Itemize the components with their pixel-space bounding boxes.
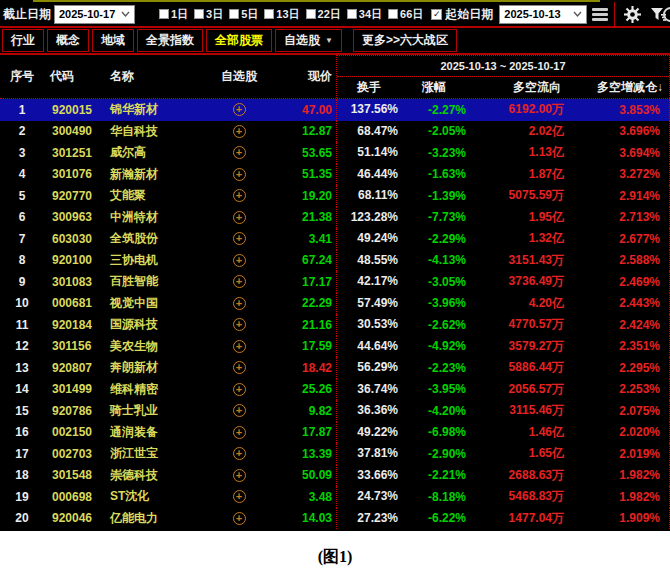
- table-row[interactable]: 7603030全筑股份+3.4149.24%-2.29%1.32亿2.677%: [0, 228, 670, 250]
- table-row[interactable]: 1920015锦华新材+47.00137.56%-2.27%6192.00万3.…: [0, 99, 670, 121]
- day-checkbox-13日[interactable]: 13日: [264, 7, 299, 22]
- cell-change: -7.73%: [400, 210, 466, 224]
- header-name[interactable]: 名称: [106, 68, 218, 85]
- add-to-watchlist-button[interactable]: +: [233, 275, 246, 288]
- checkbox-icon[interactable]: [229, 9, 239, 19]
- checkbox-icon[interactable]: [194, 9, 204, 19]
- start-date-dropdown[interactable]: 2025-10-13: [499, 5, 587, 24]
- cell-name: 美农生物: [106, 338, 218, 355]
- cell-turnover: 51.14%: [336, 142, 400, 164]
- checkbox-icon[interactable]: [347, 9, 357, 19]
- add-to-watchlist-button[interactable]: +: [233, 426, 246, 439]
- header-turnover[interactable]: 换手: [337, 79, 401, 96]
- add-to-watchlist-button[interactable]: +: [233, 404, 246, 417]
- table-row[interactable]: 11920184国源科技+21.1630.53%-2.62%4770.57万2.…: [0, 314, 670, 336]
- add-to-watchlist-button[interactable]: +: [233, 490, 246, 503]
- cell-position-delta: 1.982%: [570, 490, 666, 504]
- tab-自选股[interactable]: 自选股▼: [275, 29, 342, 52]
- checkbox-icon[interactable]: [388, 9, 398, 19]
- cell-name: 中洲特材: [106, 209, 218, 226]
- day-checkbox-5日[interactable]: 5日: [229, 7, 258, 22]
- tab-概念[interactable]: 概念: [47, 29, 89, 52]
- header-watchlist[interactable]: 自选股: [218, 68, 260, 85]
- cell-change: -2.21%: [400, 468, 466, 482]
- add-to-watchlist-button[interactable]: +: [233, 168, 246, 181]
- add-to-watchlist-button[interactable]: +: [233, 125, 246, 138]
- day-checkbox-66日[interactable]: 66日: [388, 7, 423, 22]
- day-checkbox-3日[interactable]: 3日: [194, 7, 223, 22]
- table-row[interactable]: 17002703浙江世宝+13.3937.81%-2.90%1.65亿2.019…: [0, 443, 670, 465]
- table-row[interactable]: 12301156美农生物+17.5944.64%-4.92%3579.27万2.…: [0, 336, 670, 358]
- add-to-watchlist-button[interactable]: +: [233, 469, 246, 482]
- table-row[interactable]: 8920100三协电机+67.2448.55%-4.13%3151.43万2.5…: [0, 250, 670, 272]
- add-to-watchlist-button[interactable]: +: [233, 340, 246, 353]
- header-code[interactable]: 代码: [44, 68, 106, 85]
- cell-price: 53.65: [260, 146, 336, 160]
- table-row[interactable]: 3301251威尔高+53.6551.14%-3.23%1.13亿3.694%: [0, 142, 670, 164]
- cell-change: -6.98%: [400, 425, 466, 439]
- day-checkbox-22日[interactable]: 22日: [306, 7, 341, 22]
- table-row[interactable]: 10000681视觉中国+22.2957.49%-3.96%4.20亿2.443…: [0, 293, 670, 315]
- table-row[interactable]: 13920807奔朗新材+18.4256.29%-2.23%5886.44万2.…: [0, 357, 670, 379]
- day-checkbox-34日[interactable]: 34日: [347, 7, 382, 22]
- add-to-watchlist-button[interactable]: +: [233, 297, 246, 310]
- tab-全部股票[interactable]: 全部股票: [206, 29, 272, 52]
- table-header-right: 2025-10-13 ~ 2025-10-17 换手 涨幅 多空流向 多空增减仓…: [336, 55, 670, 98]
- category-tabs: 行业概念地域全景指数全部股票自选股▼更多>>六大战区: [0, 28, 670, 55]
- table-row[interactable]: 19000698ST沈化+3.4824.73%-8.18%5468.83万1.9…: [0, 486, 670, 508]
- add-to-watchlist-button[interactable]: +: [233, 211, 246, 224]
- gear-icon[interactable]: [624, 6, 641, 23]
- table-row[interactable]: 5920770艾能聚+19.2068.11%-1.39%5075.59万2.91…: [0, 185, 670, 207]
- add-to-watchlist-button[interactable]: +: [233, 318, 246, 331]
- day-checkbox-1日[interactable]: 1日: [159, 7, 188, 22]
- cell-price: 25.26: [260, 382, 336, 396]
- checkbox-icon[interactable]: [159, 9, 169, 19]
- end-date-dropdown[interactable]: 2025-10-17: [54, 5, 135, 24]
- table-row[interactable]: 16002150通润装备+17.8749.22%-6.98%1.46亿2.020…: [0, 422, 670, 444]
- cell-flow: 1.95亿: [466, 209, 570, 226]
- tab-全景指数[interactable]: 全景指数: [137, 29, 203, 52]
- header-price[interactable]: 现价: [260, 68, 336, 85]
- add-to-watchlist-button[interactable]: +: [233, 447, 246, 460]
- cell-price: 18.42: [260, 361, 336, 375]
- cell-position-delta: 3.853%: [570, 103, 666, 117]
- table-row[interactable]: 9301083百胜智能+17.1742.17%-3.05%3736.49万2.4…: [0, 271, 670, 293]
- cell-watchlist: +: [218, 469, 260, 482]
- add-to-watchlist-button[interactable]: +: [233, 361, 246, 374]
- table-row[interactable]: 14301499维科精密+25.2636.74%-3.95%2056.57万2.…: [0, 379, 670, 401]
- table-row[interactable]: 15920786骑士乳业+9.8236.36%-4.20%3115.46万2.0…: [0, 400, 670, 422]
- add-to-watchlist-button[interactable]: +: [233, 232, 246, 245]
- cell-flow: 1.32亿: [466, 230, 570, 247]
- cell-price: 47.00: [260, 103, 336, 117]
- tab-行业[interactable]: 行业: [2, 29, 44, 52]
- cell-code: 000681: [44, 296, 106, 310]
- list-icon[interactable]: [592, 8, 608, 21]
- add-to-watchlist-button[interactable]: +: [233, 383, 246, 396]
- header-position-delta-sorted[interactable]: 多空增减仓↓: [571, 79, 667, 96]
- cell-watchlist: +: [218, 318, 260, 331]
- table-row[interactable]: 4301076新瀚新材+51.3546.44%-1.63%1.87亿3.272%: [0, 164, 670, 186]
- add-to-watchlist-button[interactable]: +: [233, 146, 246, 159]
- header-flow[interactable]: 多空流向: [467, 79, 571, 96]
- header-change[interactable]: 涨幅: [401, 79, 467, 96]
- add-to-watchlist-button[interactable]: +: [233, 512, 246, 525]
- cell-code: 002150: [44, 425, 106, 439]
- table-row[interactable]: 2300490华自科技+12.8768.47%-2.05%2.02亿3.696%: [0, 121, 670, 143]
- add-to-watchlist-button[interactable]: +: [233, 189, 246, 202]
- checkbox-icon[interactable]: [264, 9, 274, 19]
- header-seq[interactable]: 序号: [0, 68, 44, 85]
- start-date-checkbox[interactable]: ✓: [431, 9, 442, 20]
- add-to-watchlist-button[interactable]: +: [233, 103, 246, 116]
- checkbox-icon[interactable]: [306, 9, 316, 19]
- cell-turnover: 57.49%: [336, 293, 400, 315]
- add-to-watchlist-button[interactable]: +: [233, 254, 246, 267]
- cell-seq: 17: [0, 447, 44, 461]
- table-row[interactable]: 18301548崇德科技+50.0933.66%-2.21%2688.63万1.…: [0, 465, 670, 487]
- tab-地域[interactable]: 地域: [92, 29, 134, 52]
- table-row[interactable]: 20920046亿能电力+14.0327.23%-6.22%1477.04万1.…: [0, 508, 670, 530]
- cell-price: 50.09: [260, 468, 336, 482]
- tab-更多>>六大战区[interactable]: 更多>>六大战区: [353, 29, 457, 52]
- table-row[interactable]: 6300963中洲特材+21.38123.28%-7.73%1.95亿2.713…: [0, 207, 670, 229]
- cell-seq: 8: [0, 253, 44, 267]
- cell-change: -3.23%: [400, 146, 466, 160]
